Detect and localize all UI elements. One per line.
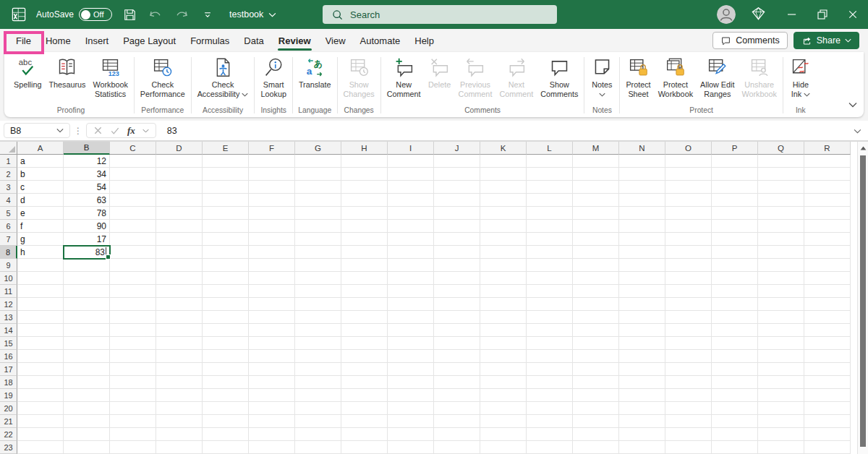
cell-I22[interactable] <box>388 428 434 441</box>
cell-H15[interactable] <box>341 337 388 350</box>
cell-I2[interactable] <box>388 168 434 181</box>
cell-A15[interactable] <box>17 337 64 350</box>
cell-M9[interactable] <box>573 259 619 272</box>
cell-N10[interactable] <box>619 272 665 285</box>
cell-B17[interactable] <box>64 363 110 376</box>
cell-J1[interactable] <box>434 155 480 168</box>
cell-H18[interactable] <box>341 376 388 389</box>
cell-H14[interactable] <box>341 324 388 337</box>
cell-Q23[interactable] <box>758 441 804 454</box>
cell-L12[interactable] <box>527 298 573 311</box>
cell-R13[interactable] <box>804 311 851 324</box>
cell-I15[interactable] <box>388 337 434 350</box>
cell-N3[interactable] <box>619 181 665 194</box>
cell-J5[interactable] <box>434 207 480 220</box>
row-header-5[interactable]: 5 <box>0 207 17 220</box>
cell-M20[interactable] <box>573 402 619 415</box>
cell-D3[interactable] <box>156 181 203 194</box>
cell-M14[interactable] <box>573 324 619 337</box>
cell-Q14[interactable] <box>758 324 804 337</box>
cell-J6[interactable] <box>434 220 480 233</box>
cell-O16[interactable] <box>665 350 712 363</box>
cell-G22[interactable] <box>295 428 341 441</box>
cell-B23[interactable] <box>64 441 110 454</box>
cell-A1[interactable]: a <box>17 155 64 168</box>
cell-N20[interactable] <box>619 402 665 415</box>
cell-F12[interactable] <box>249 298 295 311</box>
cell-N15[interactable] <box>619 337 665 350</box>
row-header-13[interactable]: 13 <box>0 311 17 324</box>
column-header-L[interactable]: L <box>527 142 573 155</box>
cell-F23[interactable] <box>249 441 295 454</box>
cell-A14[interactable] <box>17 324 64 337</box>
cell-Q21[interactable] <box>758 415 804 428</box>
cell-Q8[interactable] <box>758 246 804 259</box>
cell-Q11[interactable] <box>758 285 804 298</box>
cell-M15[interactable] <box>573 337 619 350</box>
cell-D6[interactable] <box>156 220 203 233</box>
cell-M10[interactable] <box>573 272 619 285</box>
show-changes-button[interactable]: ShowChanges <box>340 55 378 100</box>
cell-D13[interactable] <box>156 311 203 324</box>
cell-Q20[interactable] <box>758 402 804 415</box>
cell-I16[interactable] <box>388 350 434 363</box>
cell-O4[interactable] <box>665 194 712 207</box>
cell-E20[interactable] <box>203 402 249 415</box>
cell-J19[interactable] <box>434 389 480 402</box>
cell-N7[interactable] <box>619 233 665 246</box>
cell-K18[interactable] <box>480 376 527 389</box>
cell-C16[interactable] <box>110 350 156 363</box>
cell-M23[interactable] <box>573 441 619 454</box>
hide-ink-button[interactable]: HideInk <box>786 55 816 100</box>
cell-K19[interactable] <box>480 389 527 402</box>
cell-J21[interactable] <box>434 415 480 428</box>
cell-N11[interactable] <box>619 285 665 298</box>
cell-P19[interactable] <box>712 389 758 402</box>
cell-R6[interactable] <box>804 220 851 233</box>
row-header-16[interactable]: 16 <box>0 350 17 363</box>
cell-H16[interactable] <box>341 350 388 363</box>
chevron-down-icon[interactable] <box>142 129 149 133</box>
cell-C1[interactable] <box>110 155 156 168</box>
column-header-G[interactable]: G <box>295 142 341 155</box>
cell-H7[interactable] <box>341 233 388 246</box>
cell-R1[interactable] <box>804 155 851 168</box>
column-header-R[interactable]: R <box>804 142 851 155</box>
cell-N14[interactable] <box>619 324 665 337</box>
cell-D16[interactable] <box>156 350 203 363</box>
cell-E11[interactable] <box>203 285 249 298</box>
cell-P18[interactable] <box>712 376 758 389</box>
cell-A23[interactable] <box>17 441 64 454</box>
row-header-3[interactable]: 3 <box>0 181 17 194</box>
cell-M1[interactable] <box>573 155 619 168</box>
cell-C6[interactable] <box>110 220 156 233</box>
cell-O9[interactable] <box>665 259 712 272</box>
cell-L5[interactable] <box>527 207 573 220</box>
cell-F8[interactable] <box>249 246 295 259</box>
cell-N8[interactable] <box>619 246 665 259</box>
cell-R7[interactable] <box>804 233 851 246</box>
cell-O18[interactable] <box>665 376 712 389</box>
cell-Q22[interactable] <box>758 428 804 441</box>
cell-H9[interactable] <box>341 259 388 272</box>
cell-C17[interactable] <box>110 363 156 376</box>
cell-Q1[interactable] <box>758 155 804 168</box>
cell-E8[interactable] <box>203 246 249 259</box>
cell-F22[interactable] <box>249 428 295 441</box>
cell-G6[interactable] <box>295 220 341 233</box>
cell-K2[interactable] <box>480 168 527 181</box>
cell-F1[interactable] <box>249 155 295 168</box>
cell-C20[interactable] <box>110 402 156 415</box>
cell-P6[interactable] <box>712 220 758 233</box>
cell-D15[interactable] <box>156 337 203 350</box>
cell-K23[interactable] <box>480 441 527 454</box>
cell-K14[interactable] <box>480 324 527 337</box>
tab-insert[interactable]: Insert <box>78 31 116 51</box>
next-comment-button[interactable]: NextComment <box>495 55 537 100</box>
expand-formula-bar-icon[interactable] <box>854 126 868 136</box>
cell-L10[interactable] <box>527 272 573 285</box>
cell-J9[interactable] <box>434 259 480 272</box>
cell-C9[interactable] <box>110 259 156 272</box>
cell-R22[interactable] <box>804 428 851 441</box>
cell-P13[interactable] <box>712 311 758 324</box>
